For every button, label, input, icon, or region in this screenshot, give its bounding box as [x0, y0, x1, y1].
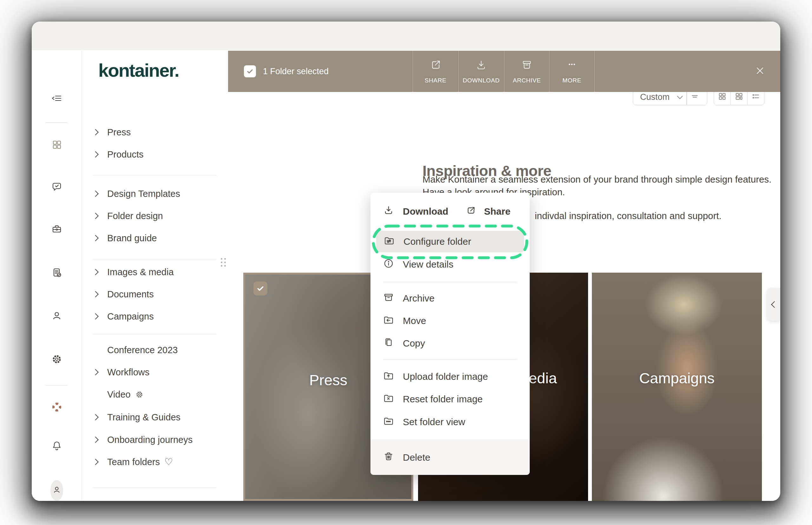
- sidebar-divider: [93, 334, 216, 334]
- sidebar-divider: [93, 259, 216, 259]
- lifebuoy-icon: [51, 401, 62, 414]
- folder-sidebar: kontainer. Press Products Design Templat…: [82, 50, 228, 501]
- sidebar-divider: [93, 175, 216, 175]
- notifications-button[interactable]: [50, 440, 63, 453]
- folder-card-campaigns[interactable]: Campaigns: [592, 273, 762, 501]
- sidebar-item-label: Design Templates: [107, 189, 180, 199]
- workspace-nav-button[interactable]: [50, 224, 63, 236]
- sidebar-item-documents[interactable]: Documents: [93, 287, 219, 301]
- collapse-sidebar-button[interactable]: [50, 93, 63, 105]
- bell-icon: [51, 440, 62, 453]
- sidebar-item-label: Documents: [107, 289, 154, 300]
- users-nav-button[interactable]: [50, 310, 63, 323]
- sidebar-item-conference-2023[interactable]: Conference 2023: [93, 343, 219, 357]
- menu-set-folder-view-item[interactable]: Set folder view: [370, 411, 530, 433]
- menu-divider: [383, 282, 517, 282]
- sidebar-item-label: Conference 2023: [107, 345, 178, 355]
- menu-item-label: View details: [403, 259, 454, 270]
- tasks-nav-button[interactable]: [50, 267, 63, 280]
- avatar-user-icon: [52, 485, 62, 496]
- sidebar-item-brand-guide[interactable]: Brand guide: [93, 231, 219, 245]
- menu-copy-item[interactable]: Copy: [370, 332, 530, 355]
- close-selection-button[interactable]: [752, 63, 768, 79]
- archive-button[interactable]: ARCHIVE: [504, 51, 550, 92]
- chevron-left-icon: [771, 301, 778, 308]
- more-button[interactable]: MORE: [549, 51, 595, 92]
- sidebar-item-label: Folder design: [107, 211, 163, 221]
- dashboard-nav-button[interactable]: [50, 139, 63, 152]
- intro-paragraph-fragment: indivdal inspiration, consultation and s…: [535, 210, 722, 221]
- selection-count-text: 1 Folder selected: [263, 51, 329, 92]
- menu-delete-item[interactable]: Delete: [370, 446, 530, 468]
- download-button-label: DOWNLOAD: [463, 77, 500, 84]
- sidebar-item-team-folders[interactable]: Team folders ♡: [93, 455, 219, 469]
- download-button[interactable]: DOWNLOAD: [458, 51, 504, 92]
- menu-move-item[interactable]: Move: [370, 310, 530, 332]
- sidebar-item-images-media[interactable]: Images & media: [93, 265, 219, 279]
- menu-share-item[interactable]: Share: [466, 200, 510, 223]
- dashboard-grid-icon: [51, 139, 62, 152]
- menu-item-label: Archive: [403, 293, 434, 304]
- intro-line-1: Make Kontainer a seamless extension of y…: [423, 173, 771, 186]
- gear-icon[interactable]: [135, 390, 144, 399]
- menu-item-label: Share: [484, 206, 510, 217]
- approvals-nav-button[interactable]: [50, 181, 63, 193]
- selection-toolbar: 1 Folder selected SHARE DOWNLOAD ARCHIVE…: [228, 51, 780, 92]
- kontainer-logo[interactable]: kontainer.: [98, 60, 179, 81]
- menu-upload-folder-image-item[interactable]: Upload folder image: [370, 365, 530, 388]
- help-button[interactable]: [50, 401, 63, 414]
- folder-reset-icon: [383, 393, 394, 406]
- sidebar-item-video[interactable]: Video: [93, 387, 219, 402]
- sidebar-item-design-templates[interactable]: Design Templates: [93, 186, 219, 201]
- sidebar-item-label: Training & Guides: [107, 412, 180, 423]
- menu-archive-item[interactable]: Archive: [370, 287, 530, 310]
- sidebar-item-folder-design[interactable]: Folder design: [93, 209, 219, 223]
- chevron-right-icon: [92, 191, 99, 197]
- chevron-right-icon: [92, 437, 99, 443]
- chevron-right-icon: [92, 235, 99, 241]
- app-window: kontainer. Press Products Design Templat…: [32, 21, 780, 501]
- avatar: [50, 480, 63, 501]
- download-icon: [383, 205, 394, 218]
- heart-icon: ♡: [164, 457, 173, 467]
- folder-selected-checkbox[interactable]: [253, 282, 267, 296]
- sidebar-item-products[interactable]: Products: [93, 147, 219, 162]
- sidebar-item-campaigns[interactable]: Campaigns: [93, 309, 219, 324]
- folder-upload-icon: [383, 370, 394, 383]
- message-check-icon: [51, 181, 62, 193]
- chevron-right-icon: [92, 313, 99, 319]
- masonry-grid-view-icon: [734, 92, 744, 102]
- icon-rail: [32, 50, 82, 501]
- menu-configure-folder-item[interactable]: Configure folder: [376, 231, 524, 252]
- sidebar-resize-handle[interactable]: [221, 258, 226, 267]
- chevron-right-icon: [92, 369, 99, 375]
- menu-item-label: Configure folder: [403, 236, 471, 247]
- folder-move-icon: [383, 315, 394, 328]
- info-icon: [383, 258, 394, 271]
- sidebar-item-press[interactable]: Press: [93, 125, 219, 139]
- sidebar-item-label: Images & media: [107, 267, 174, 278]
- sidebar-item-workflows[interactable]: Workflows: [93, 365, 219, 379]
- menu-view-details-item[interactable]: View details: [370, 253, 530, 275]
- copy-icon: [383, 337, 394, 350]
- menu-reset-folder-image-item[interactable]: Reset folder image: [370, 388, 530, 410]
- chevron-right-icon: [92, 291, 99, 297]
- menu-item-label: Reset folder image: [403, 394, 483, 405]
- trash-icon: [383, 451, 394, 464]
- account-avatar-button[interactable]: [50, 484, 63, 497]
- collapse-sidebar-icon: [51, 93, 62, 105]
- share-button-label: SHARE: [425, 77, 446, 84]
- menu-download-item[interactable]: Download Share: [370, 200, 530, 223]
- sidebar-item-label: Onboarding journeys: [107, 435, 193, 445]
- sidebar-item-training-guides[interactable]: Training & Guides: [93, 410, 219, 424]
- more-button-label: MORE: [562, 77, 581, 84]
- archive-icon: [521, 59, 533, 72]
- share-button[interactable]: SHARE: [413, 51, 458, 92]
- collapse-panel-tab[interactable]: [767, 288, 780, 321]
- settings-nav-button[interactable]: [50, 354, 63, 366]
- folder-card-label: Campaigns: [592, 369, 762, 387]
- download-icon: [475, 59, 487, 72]
- sidebar-item-onboarding-journeys[interactable]: Onboarding journeys: [93, 432, 219, 447]
- selection-checkbox[interactable]: [244, 65, 256, 77]
- sidebar-item-label: Products: [107, 149, 143, 160]
